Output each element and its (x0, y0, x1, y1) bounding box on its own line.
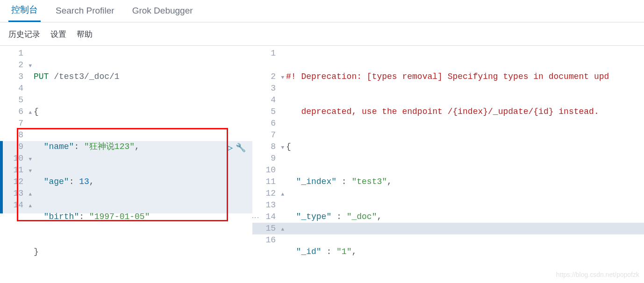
resp-key-index: "_index" (296, 177, 336, 186)
request-gutter: 1 2▼ 3 4 5 6▲ 7 8 9 10▼ 11▼ 12 13▲ 14▲ (0, 46, 27, 279)
brace-close-1: } (34, 247, 39, 256)
request-path-1: /test3/_doc/1 (49, 72, 119, 81)
key-age: "age" (44, 177, 69, 186)
editor-panes: ▷ 🔧 1 2▼ 3 4 5 6▲ 7 8 9 10▼ 11▼ 12 13▲ 1… (0, 45, 644, 279)
settings-link[interactable]: 设置 (50, 29, 66, 40)
tab-search-profiler[interactable]: Search Profiler (53, 0, 117, 22)
key-name-1: "name" (44, 142, 74, 151)
resp-key-type: "_type" (296, 212, 332, 221)
wrench-icon[interactable]: 🔧 (236, 142, 246, 154)
watermark-text: https://blog.csdn.net/popofzk (556, 271, 639, 278)
help-link[interactable]: 帮助 (77, 29, 93, 40)
resp-brace-open: { (286, 142, 291, 151)
response-pane[interactable]: ⋮ 1 2▼ 3 4 5 6 7 8▼ 9 10 11 12▲ 13 14 15… (252, 45, 644, 279)
request-pane[interactable]: ▷ 🔧 1 2▼ 3 4 5 6▲ 7 8 9 10▼ 11▼ 12 13▲ 1… (0, 45, 252, 279)
tab-console[interactable]: 控制台 (8, 0, 41, 22)
brace-open-1: { (34, 107, 39, 116)
tabs-bar: 控制台 Search Profiler Grok Debugger (0, 0, 644, 22)
console-toolbar: 历史记录 设置 帮助 (0, 22, 644, 45)
key-birth: "birth" (44, 212, 79, 221)
tab-grok-debugger[interactable]: Grok Debugger (129, 0, 196, 22)
method-put: PUT (34, 72, 49, 81)
history-link[interactable]: 历史记录 (8, 29, 40, 40)
resp-val-id: "1" (336, 247, 351, 256)
val-age: 13 (79, 177, 89, 186)
resp-val-index: "test3" (351, 177, 387, 186)
resp-key-id: "_id" (296, 247, 322, 256)
val-birth: "1997-01-05" (89, 212, 150, 221)
deprecation-line-2: deprecated, use the endpoint /{index}/_u… (301, 107, 599, 116)
response-gutter: 1 2▼ 3 4 5 6 7 8▼ 9 10 11 12▲ 13 14 15▲ … (252, 46, 279, 279)
deprecation-line-1: #! Deprecation: [types removal] Specifyi… (286, 72, 609, 81)
val-name-1: "狂神说123" (84, 142, 135, 151)
request-code[interactable]: PUT /test3/_doc/1 { "name": "狂神说123", "a… (34, 46, 252, 279)
play-icon[interactable]: ▷ (228, 142, 233, 154)
response-code[interactable]: #! Deprecation: [types removal] Specifyi… (286, 46, 644, 279)
resp-val-type: "_doc" (347, 212, 377, 221)
